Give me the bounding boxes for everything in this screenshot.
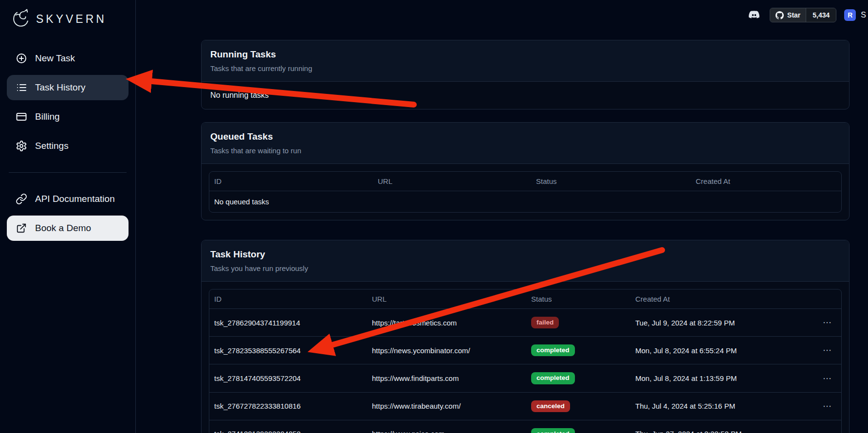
status-badge: completed — [531, 344, 575, 356]
column-header-url: URL — [373, 172, 531, 191]
history-table-header-row: ID URL Status Created At — [209, 289, 841, 309]
task-history-row[interactable]: tsk_276727822333810816https://www.tirabe… — [209, 393, 841, 420]
status-badge: completed — [531, 372, 575, 384]
sidebar-item-label: Billing — [35, 111, 60, 122]
task-id: tsk_278235388555267564 — [209, 339, 367, 362]
sidebar-item-label: Book a Demo — [35, 223, 91, 234]
avatar[interactable]: R — [844, 9, 856, 21]
main-content: Running Tasks Tasks that are currently r… — [136, 0, 868, 433]
sidebar-item-label: Settings — [35, 141, 69, 151]
user-label-truncated: S — [861, 11, 866, 19]
github-star-count: 5,434 — [806, 8, 836, 22]
task-created-at: Tue, Jul 9, 2024 at 8:22:59 PM — [630, 311, 814, 335]
task-id: tsk_274180139292204058 — [209, 422, 367, 433]
task-actions-cell: ⋯ — [814, 365, 841, 392]
row-actions-button[interactable]: ⋯ — [820, 429, 835, 433]
column-header-status: Status — [526, 289, 630, 308]
sidebar-item-label: New Task — [35, 53, 75, 64]
sidebar-nav: New Task Task History Billing Settings — [7, 46, 129, 241]
status-badge: failed — [531, 317, 559, 328]
running-tasks-empty-message: No running tasks — [202, 82, 849, 109]
topbar: Star 5,434 R S — [0, 8, 868, 22]
task-status-cell: completed — [526, 420, 630, 433]
card-title: Queued Tasks — [210, 131, 840, 142]
sidebar-item-task-history[interactable]: Task History — [7, 75, 129, 100]
task-url: https://www.tirabeauty.com/ — [367, 394, 526, 418]
sidebar-item-book-a-demo[interactable]: Book a Demo — [7, 216, 129, 241]
external-link-icon — [16, 222, 27, 234]
task-history-row[interactable]: tsk_278147405593572204https://www.findit… — [209, 364, 841, 392]
column-header-id: ID — [209, 172, 373, 191]
task-url: https://tartecosmetics.com — [367, 311, 526, 335]
running-tasks-header: Running Tasks Tasks that are currently r… — [202, 40, 849, 82]
card-title: Task History — [210, 249, 840, 260]
task-status-cell: failed — [526, 309, 630, 336]
sidebar-item-billing[interactable]: Billing — [7, 104, 129, 129]
link-icon — [16, 193, 27, 205]
discord-icon[interactable] — [746, 9, 762, 21]
task-history-card: Task History Tasks you have run previous… — [201, 240, 850, 433]
task-history-row[interactable]: tsk_274180139292204058https://www.geico.… — [209, 420, 841, 433]
status-badge: canceled — [531, 400, 570, 412]
card-title: Running Tasks — [210, 49, 840, 60]
task-status-cell: canceled — [526, 393, 630, 420]
sidebar-divider — [9, 172, 127, 173]
task-actions-cell: ⋯ — [814, 337, 841, 363]
history-table-body: tsk_278629043741199914https://tartecosme… — [209, 309, 841, 433]
card-subtitle: Tasks that are currently running — [210, 64, 840, 72]
column-header-id: ID — [209, 289, 367, 308]
task-status-cell: completed — [526, 337, 630, 364]
card-subtitle: Tasks you have run previously — [210, 264, 840, 272]
task-history-table: ID URL Status Created At tsk_27862904374… — [209, 289, 842, 433]
credit-card-icon — [16, 111, 27, 123]
github-star-label: Star — [787, 11, 800, 19]
row-actions-button[interactable]: ⋯ — [820, 373, 835, 384]
status-badge: completed — [531, 428, 575, 433]
task-url: https://www.finditparts.com — [367, 366, 526, 390]
row-actions-button[interactable]: ⋯ — [820, 317, 835, 328]
sidebar: SKYVERN New Task Task History Billing Se… — [0, 0, 136, 433]
task-id: tsk_278147405593572204 — [209, 366, 367, 390]
queued-tasks-table: ID URL Status Created At No queued tasks — [209, 171, 842, 213]
column-header-created-at: Created At — [630, 289, 814, 308]
running-tasks-card: Running Tasks Tasks that are currently r… — [201, 40, 850, 109]
github-icon — [776, 11, 784, 19]
task-created-at: Thu, Jun 27, 2024 at 8:38:58 PM — [630, 422, 814, 433]
task-actions-cell: ⋯ — [814, 393, 841, 419]
gear-icon — [16, 140, 27, 152]
sidebar-item-settings[interactable]: Settings — [7, 133, 129, 159]
sidebar-item-api-documentation[interactable]: API Documentation — [7, 186, 129, 212]
task-created-at: Mon, Jul 8, 2024 at 6:55:24 PM — [630, 339, 814, 362]
task-history-row[interactable]: tsk_278235388555267564https://news.ycomb… — [209, 337, 841, 364]
github-star-widget[interactable]: Star 5,434 — [770, 8, 836, 22]
task-actions-cell: ⋯ — [814, 309, 841, 336]
column-header-actions — [814, 294, 841, 305]
task-history-row[interactable]: tsk_278629043741199914https://tartecosme… — [209, 309, 841, 337]
sidebar-item-label: Task History — [35, 82, 85, 93]
task-id: tsk_276727822333810816 — [209, 394, 367, 418]
sidebar-item-label: API Documentation — [35, 194, 115, 204]
task-actions-cell: ⋯ — [814, 421, 841, 433]
row-actions-button[interactable]: ⋯ — [820, 345, 835, 356]
column-header-url: URL — [367, 289, 526, 308]
task-id: tsk_278629043741199914 — [209, 311, 367, 335]
queued-tasks-header: Queued Tasks Tasks that are waiting to r… — [202, 123, 849, 164]
task-url: https://news.ycombinator.com/ — [367, 339, 526, 362]
list-icon — [16, 82, 27, 93]
row-actions-button[interactable]: ⋯ — [820, 401, 835, 412]
queued-tasks-card: Queued Tasks Tasks that are waiting to r… — [201, 122, 850, 220]
plus-circle-icon — [16, 53, 27, 64]
sidebar-item-new-task[interactable]: New Task — [7, 46, 129, 71]
task-url: https://www.geico.com — [367, 422, 526, 433]
task-created-at: Mon, Jul 8, 2024 at 1:13:59 PM — [630, 366, 814, 390]
task-history-header: Task History Tasks you have run previous… — [202, 240, 849, 282]
task-created-at: Thu, Jul 4, 2024 at 5:25:16 PM — [630, 394, 814, 418]
column-header-status: Status — [531, 172, 691, 191]
card-subtitle: Tasks that are waiting to run — [210, 146, 840, 155]
column-header-created-at: Created At — [691, 172, 841, 191]
queued-table-header-row: ID URL Status Created At — [209, 172, 841, 191]
task-status-cell: completed — [526, 364, 630, 392]
queued-tasks-empty-message: No queued tasks — [209, 191, 841, 212]
